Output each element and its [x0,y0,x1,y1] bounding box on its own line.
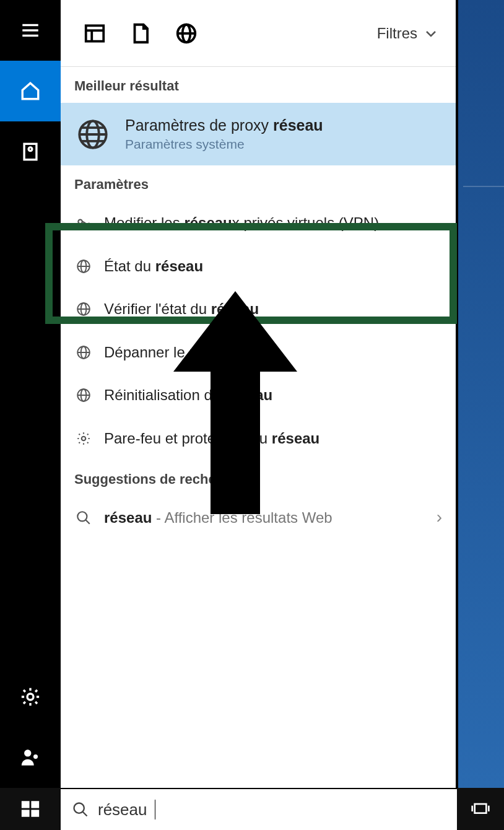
settings-item-text: Dépanner le réseau [104,342,237,363]
svg-rect-38 [22,810,30,816]
task-view-button[interactable] [457,788,504,830]
globe-icon [74,344,93,360]
settings-item-text: Réinitialisation du réseau [104,385,272,406]
notebook-icon [20,141,41,162]
globe-icon [74,387,93,403]
filter-documents-button[interactable] [118,0,163,67]
settings-item-1[interactable]: État du réseau [61,245,456,288]
svg-point-40 [74,803,84,813]
hamburger-icon [20,20,41,41]
filters-dropdown[interactable]: Filtres [377,25,445,42]
svg-point-5 [27,694,33,700]
chevron-down-icon [424,26,438,41]
svg-rect-8 [86,25,104,41]
settings-item-5[interactable]: Pare-feu et protection du réseau [61,417,456,460]
svg-point-33 [82,437,86,441]
settings-item-text: Modifier les réseaux privés virtuels (VP… [104,212,379,234]
settings-item-text: Pare-feu et protection du réseau [104,428,319,449]
taskbar: réseau [0,788,504,830]
section-suggestions: Suggestions de recherche [61,460,456,496]
start-button[interactable] [0,788,61,830]
windows-icon [20,798,41,819]
hamburger-button[interactable] [0,0,61,61]
web-suggestion-text: réseau - Afficher les résultats Web [104,507,332,528]
results-toolbar: Filtres [61,0,456,67]
task-view-icon [471,799,490,819]
filters-label: Filtres [377,25,417,42]
feedback-button[interactable] [0,727,61,788]
person-icon [20,747,41,768]
globe-icon [77,118,109,151]
desktop-sliver [457,0,504,788]
settings-item-0[interactable]: Modifier les réseaux privés virtuels (VP… [61,201,456,245]
search-icon [76,510,92,526]
svg-point-7 [33,754,38,759]
section-best-result: Meilleur résultat [61,67,456,103]
document-icon [129,22,152,45]
gear-icon [74,430,93,447]
svg-point-34 [77,512,87,521]
settings-item-text: Vérifier l'état du réseau [104,299,259,320]
apps-icon [83,22,106,45]
filter-apps-button[interactable] [72,0,118,67]
home-button[interactable] [0,61,61,121]
best-result-title: Paramètres de proxy réseau [125,116,323,134]
svg-point-19 [78,220,82,224]
svg-point-4 [28,147,32,151]
vpn-icon [74,215,93,231]
settings-item-2[interactable]: Vérifier l'état du réseau [61,287,456,331]
search-input-value: réseau [98,800,147,819]
search-results-panel: Filtres Meilleur résultat Paramètres de … [61,0,457,788]
cortana-sidebar [0,0,61,788]
settings-item-3[interactable]: Dépanner le réseau [61,331,456,374]
settings-item-text: État du réseau [104,256,203,277]
settings-button[interactable] [0,666,61,727]
best-result-subtitle: Paramètres système [125,137,323,152]
gear-icon [20,686,41,707]
settings-item-4[interactable]: Réinitialisation du réseau [61,374,456,417]
chevron-right-icon: › [437,507,442,527]
svg-rect-42 [475,804,487,813]
svg-point-20 [88,224,90,225]
svg-rect-36 [22,801,30,808]
web-suggestion-row[interactable]: réseau - Afficher les résultats Web › [61,496,456,540]
svg-line-41 [83,812,87,816]
svg-rect-37 [31,801,39,808]
globe-icon [175,22,198,45]
best-result-row[interactable]: Paramètres de proxy réseau Paramètres sy… [61,103,456,165]
section-settings: Paramètres [61,165,456,201]
svg-rect-39 [31,810,39,816]
home-icon [20,81,41,102]
svg-line-35 [85,520,90,524]
search-icon [72,801,89,818]
svg-point-6 [24,749,31,756]
filter-web-button[interactable] [163,0,209,67]
notebook-button[interactable] [0,121,61,182]
text-caret [155,800,155,819]
globe-icon [74,301,93,317]
search-input[interactable]: réseau [61,788,457,830]
globe-icon [74,258,93,274]
